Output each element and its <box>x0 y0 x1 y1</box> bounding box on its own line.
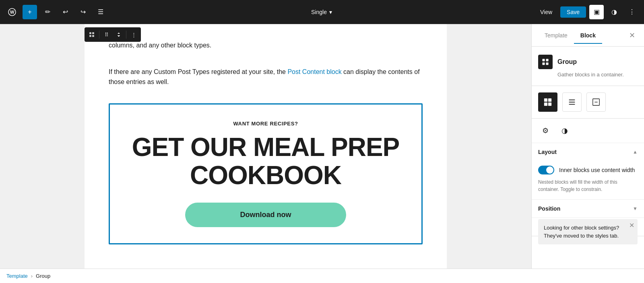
sidebar-tabs: Template Block <box>538 27 626 43</box>
view-button[interactable]: View <box>535 6 557 18</box>
editor-inner: ⠿ ⋮ columns, and any other block types. … <box>85 24 447 269</box>
wordpress-logo-icon: W <box>8 8 16 16</box>
tab-template[interactable]: Template <box>538 27 574 43</box>
svg-rect-2 <box>89 32 91 34</box>
main-layout: ⠿ ⋮ columns, and any other block types. … <box>0 24 644 269</box>
settings-row: ⚙ ◑ <box>532 119 644 143</box>
style-constrain-icon[interactable] <box>586 92 606 112</box>
redo-icon: ↪ <box>80 8 86 16</box>
position-section: Position ▼ <box>532 200 644 218</box>
position-chevron-icon: ▼ <box>633 206 638 211</box>
template-mode-dropdown[interactable]: Single ▾ <box>306 6 337 18</box>
tooltip-box: ✕ Looking for other block settings? They… <box>538 219 638 244</box>
position-section-header[interactable]: Position ▼ <box>532 200 644 217</box>
block-style-row <box>532 86 644 119</box>
breadcrumb-separator: › <box>31 273 33 279</box>
layout-section: Layout ▲ Inner blocks use content width … <box>532 143 644 200</box>
redo-button[interactable]: ↪ <box>76 5 90 19</box>
post-content-link[interactable]: Post Content block <box>287 68 341 75</box>
drag-handle-button[interactable]: ⠿ <box>101 29 112 40</box>
svg-rect-12 <box>544 103 547 106</box>
tooltip-text-2: They've moved to the styles tab. <box>544 232 632 240</box>
toggle-label: Inner blocks use content width <box>559 167 635 173</box>
sidebar-icon: ▣ <box>594 8 600 16</box>
svg-rect-4 <box>89 35 91 37</box>
settings-gear-button[interactable]: ⚙ <box>538 123 553 138</box>
tooltip-close-button[interactable]: ✕ <box>629 222 634 229</box>
more-block-options-button[interactable]: ⋮ <box>128 29 139 40</box>
svg-rect-9 <box>546 63 549 65</box>
group-block-icon-sidebar <box>538 55 553 69</box>
block-info-header: Group <box>538 55 638 69</box>
svg-rect-8 <box>543 63 545 65</box>
undo-button[interactable]: ↩ <box>58 5 72 19</box>
list-view-icon: ☰ <box>98 8 103 16</box>
toggle-row: Inner blocks use content width <box>538 166 638 174</box>
toolbar-divider <box>99 31 99 39</box>
main-toolbar: W + ✏ ↩ ↪ ☰ Single ▾ View Save ▣ ◑ <box>0 0 644 24</box>
block-desc-label: Gather blocks in a container. <box>557 72 638 78</box>
sidebar-header: Template Block ✕ <box>532 24 644 47</box>
cta-label: WANT MORE RECIPES? <box>118 121 413 127</box>
cta-download-button[interactable]: Download now <box>185 203 346 227</box>
toolbar-divider-2 <box>126 31 126 39</box>
intro-paragraph-1: columns, and any other block types. <box>109 40 423 51</box>
layout-label: Layout <box>538 149 557 155</box>
position-label: Position <box>538 205 560 212</box>
save-button[interactable]: Save <box>560 6 586 18</box>
svg-rect-11 <box>548 98 551 102</box>
group-block-icon <box>89 32 95 37</box>
add-block-button[interactable]: + <box>23 5 37 19</box>
list-view-button[interactable]: ☰ <box>93 5 108 19</box>
block-name-label: Group <box>557 58 577 66</box>
editor-content: columns, and any other block types. If t… <box>85 24 447 269</box>
style-group-icon[interactable] <box>538 92 557 112</box>
block-switcher-button[interactable] <box>86 29 97 40</box>
contrast-icon: ◑ <box>611 8 617 16</box>
add-icon: + <box>28 8 31 16</box>
right-sidebar: Template Block ✕ Group Gather blocks in … <box>531 24 644 269</box>
contrast-button[interactable]: ◑ <box>607 5 621 19</box>
editor-area[interactable]: ⠿ ⋮ columns, and any other block types. … <box>0 24 531 269</box>
svg-text:W: W <box>10 10 14 14</box>
toolbar-center: Single ▾ <box>111 6 532 18</box>
styles-icon: ◑ <box>561 126 568 135</box>
intro-paragraph-2: If there are any Custom Post Types regis… <box>109 67 423 87</box>
block-toolbar: ⠿ ⋮ <box>85 27 141 42</box>
more-options-button[interactable]: ⋮ <box>625 5 639 19</box>
wordpress-logo-button[interactable]: W <box>5 5 19 19</box>
layout-content: Inner blocks use content width Nested bl… <box>532 161 644 199</box>
undo-icon: ↩ <box>63 8 68 16</box>
svg-rect-10 <box>544 98 547 102</box>
cta-heading: GET OUR MEAL PREP COOKBOOK <box>118 133 413 190</box>
sidebar-close-button[interactable]: ✕ <box>626 30 638 41</box>
svg-rect-13 <box>548 103 551 106</box>
gear-icon: ⚙ <box>542 126 549 135</box>
svg-rect-6 <box>543 59 545 62</box>
move-up-button[interactable] <box>113 29 124 40</box>
layout-chevron-up-icon: ▲ <box>633 149 638 155</box>
sidebar-footer: ✕ Looking for other block settings? They… <box>532 236 644 269</box>
breadcrumb-template[interactable]: Template <box>6 273 28 279</box>
ellipsis-icon: ⋮ <box>629 8 635 16</box>
pencil-icon: ✏ <box>45 8 50 16</box>
breadcrumb-bar: Template › Group <box>0 269 644 283</box>
breadcrumb-group: Group <box>36 273 50 279</box>
tools-button[interactable]: ✏ <box>40 5 55 19</box>
style-row-icon[interactable] <box>562 92 582 112</box>
svg-rect-3 <box>92 32 94 34</box>
layout-section-header[interactable]: Layout ▲ <box>532 143 644 161</box>
tab-block[interactable]: Block <box>574 27 602 43</box>
toggle-description: Nested blocks will fill the width of thi… <box>538 178 638 193</box>
sidebar-toggle-button[interactable]: ▣ <box>589 5 604 19</box>
template-mode-label: Single <box>311 9 327 15</box>
inner-blocks-toggle[interactable] <box>538 166 554 174</box>
chevron-down-icon: ▾ <box>329 9 332 15</box>
block-info-section: Group Gather blocks in a container. <box>532 47 644 86</box>
svg-rect-5 <box>92 35 94 37</box>
svg-rect-7 <box>546 59 549 62</box>
tooltip-text-1: Looking for other block settings? <box>544 224 632 232</box>
toolbar-right: View Save ▣ ◑ ⋮ <box>535 5 639 19</box>
styles-contrast-button[interactable]: ◑ <box>557 123 572 138</box>
cta-block[interactable]: WANT MORE RECIPES? GET OUR MEAL PREP COO… <box>109 103 423 244</box>
